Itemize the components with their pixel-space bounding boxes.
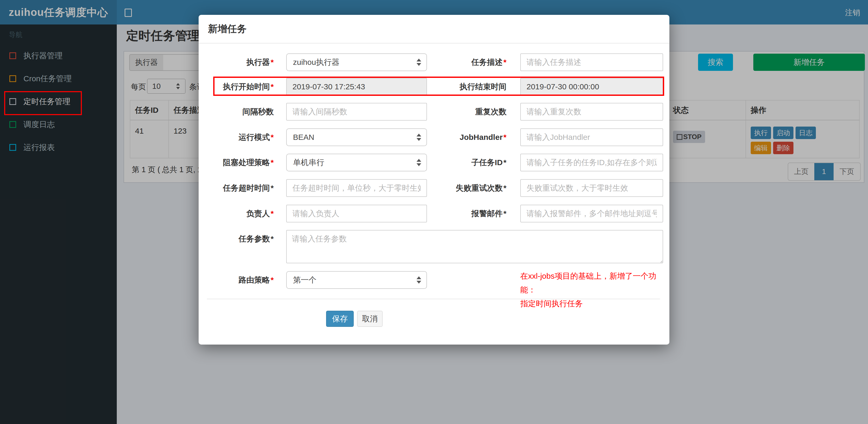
job-params-textarea[interactable] <box>286 230 663 263</box>
jobhandler-label: JobHandler* <box>433 128 506 146</box>
modal-header: 新增任务 <box>198 15 670 43</box>
route-strategy-label: 路由策略* <box>201 271 274 289</box>
alarm-email-label: 报警邮件* <box>433 205 506 222</box>
owner-input[interactable] <box>286 205 427 222</box>
block-strategy-label: 阻塞处理策略* <box>201 154 274 171</box>
caret-updown-icon <box>416 59 421 66</box>
jobhandler-input[interactable] <box>520 128 663 146</box>
job-desc-input[interactable] <box>520 54 663 71</box>
repeat-count-input[interactable] <box>520 103 663 121</box>
fail-retry-label: 失败重试次数* <box>433 179 506 197</box>
run-mode-select[interactable]: BEAN <box>286 128 427 146</box>
run-mode-label: 运行模式* <box>201 128 274 146</box>
child-job-id-input[interactable] <box>520 154 663 171</box>
block-strategy-select[interactable]: 单机串行 <box>286 154 427 171</box>
interval-seconds-input[interactable] <box>286 103 427 121</box>
executor-select[interactable]: zuihou执行器 <box>286 54 427 71</box>
timeout-label: 任务超时时间* <box>201 179 274 197</box>
caret-updown-icon <box>416 159 421 166</box>
job-params-label: 任务参数* <box>201 230 274 248</box>
cancel-button[interactable]: 取消 <box>357 311 383 327</box>
modal-footer-divider <box>207 299 660 299</box>
job-desc-label: 任务描述* <box>433 54 506 71</box>
caret-updown-icon <box>416 134 421 141</box>
executor-label: 执行器* <box>201 54 274 71</box>
annotation-box-sidebar-item <box>4 91 82 115</box>
repeat-count-label: 重复次数 <box>433 103 506 121</box>
add-job-modal: 新增任务 执行器* zuihou执行器 任务描述* 执行开始时间* 执行结束时间… <box>198 15 670 345</box>
timeout-input[interactable] <box>286 179 427 197</box>
caret-updown-icon <box>416 276 421 284</box>
route-strategy-select[interactable]: 第一个 <box>286 271 427 289</box>
fail-retry-input[interactable] <box>520 179 663 197</box>
feature-note-text: 在xxl-jobs项目的基础上，新增了一个功能： 指定时间执行任务 <box>520 269 669 311</box>
alarm-email-input[interactable] <box>520 205 663 222</box>
annotation-box-time-row <box>213 76 664 96</box>
modal-title: 新增任务 <box>208 15 247 43</box>
owner-label: 负责人* <box>201 205 274 222</box>
save-button[interactable]: 保存 <box>326 311 354 327</box>
interval-label: 间隔秒数 <box>201 103 274 121</box>
child-job-id-label: 子任务ID* <box>433 154 506 171</box>
